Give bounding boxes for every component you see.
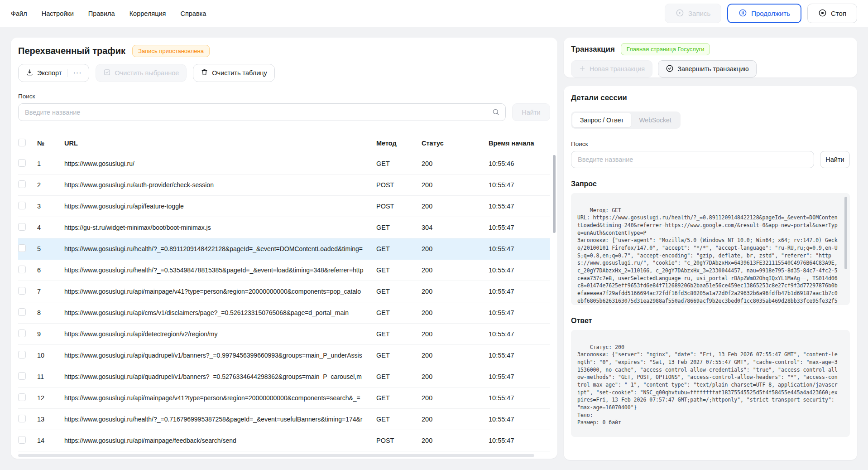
row-status: 200 [422, 330, 489, 338]
row-checkbox[interactable] [18, 180, 26, 188]
row-start-time: 10:55:47 [489, 224, 550, 231]
row-checkbox[interactable] [18, 266, 26, 273]
row-status: 200 [422, 245, 489, 252]
column-number: № [37, 140, 64, 147]
row-start-time: 10:55:47 [489, 266, 550, 274]
table-row[interactable]: 5https://www.gosuslugi.ru/health/?_=0.89… [18, 238, 550, 260]
topbar-actions: Запись Продолжить Стоп [665, 4, 857, 23]
row-checkbox-cell [18, 180, 37, 189]
table-row[interactable]: 2https://www.gosuslugi.ru/auth-provider/… [18, 174, 550, 196]
row-checkbox-cell [18, 159, 37, 168]
table-vertical-scrollbar[interactable] [553, 155, 556, 233]
table-row[interactable]: 6https://www.gosuslugi.ru/health/?_=0.53… [18, 260, 550, 281]
column-start-time: Время начала [489, 140, 550, 147]
table-row[interactable]: 3https://www.gosuslugi.ru/api/feature-to… [18, 196, 550, 217]
session-find-button[interactable]: Найти [820, 151, 850, 168]
row-checkbox[interactable] [18, 329, 26, 337]
traffic-find-button[interactable]: Найти [512, 103, 550, 121]
row-checkbox[interactable] [18, 372, 26, 380]
session-search-label: Поиск [571, 141, 850, 147]
row-checkbox-cell [18, 202, 37, 211]
row-checkbox-cell [18, 287, 37, 296]
table-row[interactable]: 12https://www.gosuslugi.ru/api/mainpage/… [18, 388, 550, 409]
table-row[interactable]: 11https://www.gosuslugi.ru/api/quadrupel… [18, 366, 550, 388]
request-scrollbar[interactable] [844, 197, 847, 269]
row-checkbox[interactable] [18, 308, 26, 316]
row-start-time: 10:55:47 [489, 203, 550, 210]
column-status: Статус [422, 140, 489, 147]
row-start-time: 10:55:47 [489, 416, 550, 423]
row-start-time: 10:55:47 [489, 437, 550, 444]
resume-button[interactable]: Продолжить [727, 4, 801, 23]
clear-table-button[interactable]: Очистить таблицу [193, 64, 274, 82]
table-row[interactable]: 13https://www.gosuslugi.ru/health/?_=0.7… [18, 409, 550, 430]
row-checkbox[interactable] [18, 223, 26, 231]
row-url: https://www.gosuslugi.ru/api/mainpage/fe… [64, 437, 376, 444]
table-row[interactable]: 8https://www.gosuslugi.ru/api/cms/v1/dis… [18, 302, 550, 324]
row-method: GET [376, 224, 422, 231]
row-number: 3 [37, 203, 64, 210]
menu-item-4[interactable]: Справка [180, 10, 206, 17]
resume-button-label: Продолжить [751, 10, 790, 17]
request-details: Метод: GET URL: https://www.gosuslugi.ru… [571, 193, 850, 305]
row-start-time: 10:55:47 [489, 309, 550, 316]
table-row[interactable]: 10https://www.gosuslugi.ru/api/quadrupel… [18, 345, 550, 366]
row-number: 9 [37, 330, 64, 338]
session-search-input[interactable] [571, 151, 814, 168]
table-row[interactable]: 4https://gu-st.ru/widget-minimax/boot/bo… [18, 217, 550, 238]
row-checkbox[interactable] [18, 159, 26, 167]
row-checkbox[interactable] [18, 202, 26, 209]
row-method: GET [376, 160, 422, 167]
row-status: 200 [422, 266, 489, 274]
row-method: POST [376, 181, 422, 189]
stop-button[interactable]: Стоп [807, 4, 857, 23]
session-tabs: Запрос / Ответ WebSocket [571, 111, 681, 129]
clear-selected-button[interactable]: Очистить выбранное [96, 64, 187, 82]
row-checkbox[interactable] [18, 393, 26, 401]
table-row[interactable]: 1https://www.gosuslugi.ru/GET20010:55:46 [18, 153, 550, 174]
tab-websocket[interactable]: WebSocket [631, 113, 679, 127]
export-button[interactable]: Экспорт ··· [18, 64, 89, 82]
checkbox-checked-icon [103, 68, 111, 78]
table-horizontal-scrollbar[interactable] [18, 454, 534, 457]
row-number: 4 [37, 224, 64, 231]
row-checkbox[interactable] [18, 287, 26, 295]
recording-paused-badge: Запись приостановлена [132, 45, 210, 57]
finish-transaction-button[interactable]: Завершить транзакцию [658, 60, 757, 78]
traffic-table-body: 1https://www.gosuslugi.ru/GET20010:55:46… [18, 153, 550, 451]
row-checkbox[interactable] [18, 351, 26, 359]
table-row[interactable]: 7https://www.gosuslugi.ru/api/mainpage/v… [18, 281, 550, 302]
table-row[interactable]: 14https://www.gosuslugi.ru/api/mainpage/… [18, 430, 550, 451]
row-number: 12 [37, 394, 64, 402]
tab-request-response[interactable]: Запрос / Ответ [572, 113, 631, 127]
row-number: 2 [37, 181, 64, 189]
button-divider [67, 69, 67, 77]
row-number: 6 [37, 266, 64, 274]
row-number: 11 [37, 373, 64, 380]
table-row[interactable]: 9https://www.gosuslugi.ru/api/detectregi… [18, 324, 550, 345]
new-transaction-label: Новая транзакция [590, 65, 645, 73]
row-checkbox-cell [18, 244, 37, 253]
menu-item-2[interactable]: Правила [88, 10, 115, 17]
row-checkbox[interactable] [18, 244, 26, 252]
menu-item-0[interactable]: Файл [11, 10, 27, 17]
finish-transaction-label: Завершить транзакцию [677, 65, 749, 73]
menu-item-3[interactable]: Корреляция [129, 10, 166, 17]
clear-selected-label: Очистить выбранное [115, 69, 179, 77]
row-start-time: 10:55:47 [489, 245, 550, 252]
row-status: 304 [422, 224, 489, 231]
record-button[interactable]: Запись [665, 4, 721, 23]
row-checkbox[interactable] [18, 415, 26, 422]
row-number: 5 [37, 245, 64, 252]
stop-button-label: Стоп [831, 10, 846, 17]
row-checkbox[interactable] [18, 436, 26, 444]
pause-circle-icon [739, 9, 747, 19]
select-all-checkbox[interactable] [18, 139, 26, 146]
row-start-time: 10:55:47 [489, 394, 550, 402]
menu-item-1[interactable]: Настройки [42, 10, 74, 17]
row-method: GET [376, 330, 422, 338]
traffic-search-input[interactable] [18, 103, 506, 121]
new-transaction-button[interactable]: Новая транзакция [571, 60, 652, 78]
export-more-icon[interactable]: ··· [73, 69, 82, 77]
row-start-time: 10:55:46 [489, 160, 550, 167]
